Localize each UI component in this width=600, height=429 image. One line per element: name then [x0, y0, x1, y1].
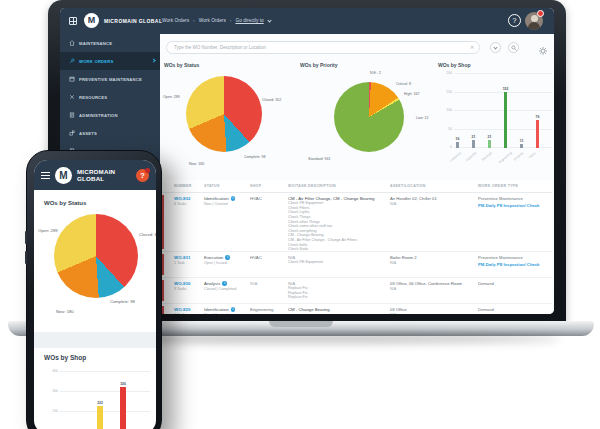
- bar[interactable]: 326: [120, 387, 126, 429]
- x-category: Electrical: [481, 151, 493, 162]
- priority-strip: [162, 280, 164, 301]
- wrench-icon: [69, 58, 75, 64]
- asset-sub: N/A: [390, 313, 476, 314]
- bar-value: 232: [97, 401, 103, 405]
- section-divider: [34, 332, 156, 348]
- column-header[interactable]: STATUS: [204, 184, 220, 188]
- chart-title: WOs by Status: [164, 62, 199, 68]
- settings-button[interactable]: [538, 42, 548, 60]
- pie-label: High: 167: [404, 92, 419, 96]
- pie-label: Low: 12: [416, 116, 429, 120]
- wo-number-link[interactable]: WO-832: [174, 196, 202, 201]
- bar-value: 326: [120, 382, 126, 386]
- wo-number-link[interactable]: WO-830: [174, 281, 202, 286]
- wo-number-link[interactable]: WO-829: [174, 307, 202, 312]
- breadcrumb: Work Orders › Work Orders › Go directly …: [162, 18, 271, 23]
- pie-label: N.E.: 2: [370, 71, 381, 75]
- status-text: Identification: [204, 196, 229, 201]
- sidebar-item-preventive-maintenance[interactable]: PREVENTIVE MAINTENANCE: [60, 70, 160, 88]
- column-header[interactable]: SHOP: [250, 184, 261, 188]
- column-header[interactable]: WORK ORDER TYPE: [478, 184, 518, 188]
- pie-label: New: 180: [56, 309, 74, 314]
- chart-title: WOs by Priority: [300, 62, 338, 68]
- dropdown-button[interactable]: [490, 42, 501, 53]
- pie-label: Complete: 98: [244, 155, 265, 159]
- info-icon[interactable]: i: [225, 255, 230, 260]
- priority-pie-chart[interactable]: [334, 82, 404, 152]
- bar[interactable]: 152: [504, 92, 507, 148]
- tasks-count: 3 Tasks: [174, 287, 202, 291]
- help-button[interactable]: ?: [136, 169, 149, 182]
- sidebar-item-resources[interactable]: RESOURCES: [60, 88, 160, 106]
- table-row[interactable]: WO-8294 Tasks IdentificationiNew | Creat…: [162, 304, 552, 314]
- column-header[interactable]: NUMBER: [174, 184, 192, 188]
- task-list: Replace FixReplace FixReplace Fix: [288, 286, 388, 300]
- breadcrumb-item[interactable]: Work Orders: [162, 18, 189, 23]
- hamburger-menu-icon[interactable]: [41, 172, 50, 179]
- sidebar-label: ASSETS: [79, 131, 97, 136]
- column-header[interactable]: ASSET/LOCATION: [390, 184, 426, 188]
- bar[interactable]: 21: [488, 140, 491, 148]
- work-order-type: Preventive Maintenance: [478, 255, 550, 260]
- tasks-count: 6 Tasks: [174, 202, 202, 206]
- clear-search-icon[interactable]: ✕: [470, 44, 474, 50]
- search-icon: [511, 45, 517, 51]
- sidebar-item-administration[interactable]: ADMINISTRATION: [60, 106, 160, 124]
- sidebar-item-work-orders[interactable]: WORK ORDERS: [60, 52, 160, 70]
- table-row[interactable]: WO-8326 Tasks IdentificationiNew | Creat…: [162, 193, 552, 252]
- bar-value: 21: [472, 135, 476, 139]
- pm-link[interactable]: PM-Daily PE Inspection/ Check: [478, 203, 550, 208]
- info-icon[interactable]: i: [222, 281, 227, 286]
- y-axis-tick: 200: [446, 71, 452, 75]
- brand-logo: M: [84, 13, 99, 28]
- breadcrumb-item[interactable]: Work Orders: [199, 18, 226, 23]
- info-icon[interactable]: i: [231, 196, 236, 201]
- asset-location: 03 Office: [390, 307, 476, 312]
- status-pie-chart[interactable]: [54, 214, 138, 298]
- status-sub: Open | Issued: [204, 261, 248, 265]
- asset-location: 03 Office, 06 Office, Conference Room: [390, 281, 476, 286]
- priority-strip: [162, 254, 164, 275]
- search-input[interactable]: [166, 41, 480, 54]
- gridline: 200: [454, 73, 552, 74]
- chevron-down-icon[interactable]: [267, 18, 271, 22]
- y-axis-tick: 200: [52, 409, 58, 413]
- status-pie-chart[interactable]: [186, 76, 262, 152]
- x-category: Engineering: [498, 151, 513, 164]
- bar[interactable]: 232: [97, 406, 103, 429]
- sidebar-label: PREVENTIVE MAINTENANCE: [79, 77, 142, 82]
- x-category: Custodial: [465, 151, 477, 162]
- table-header: NUMBER STATUS SHOP WO/TASK DESCRIPTION A…: [162, 180, 552, 193]
- help-button[interactable]: ?: [508, 14, 521, 27]
- table-row[interactable]: WO-8311 Task ExecutioniOpen | Issued HVA…: [162, 252, 552, 278]
- gear-icon: [538, 46, 548, 56]
- chevron-down-icon: [493, 45, 497, 49]
- table-row[interactable]: WO-8303 Tasks AnalysisiClosed | Complete…: [162, 278, 552, 304]
- breadcrumb-separator: ›: [230, 18, 232, 23]
- gridline: 300: [60, 391, 150, 392]
- bar[interactable]: 21: [472, 140, 475, 148]
- column-header[interactable]: WO/TASK DESCRIPTION: [288, 184, 336, 188]
- y-axis-tick: 300: [52, 389, 58, 393]
- go-directly-to-link[interactable]: Go directly to: [235, 18, 263, 23]
- pie-label: Complete: 98: [110, 299, 135, 304]
- sidebar-item-assets[interactable]: ASSETS: [60, 124, 160, 142]
- search-button[interactable]: [508, 42, 519, 53]
- info-icon[interactable]: i: [231, 307, 236, 312]
- pm-link[interactable]: PM-Daily PE Inspection/ Check: [478, 262, 550, 267]
- bar[interactable]: 11: [520, 144, 523, 148]
- description-title: CM - Change Bearing: [288, 307, 388, 312]
- asset-sub: N/A: [390, 261, 476, 265]
- status-sub: Closed | Completed: [204, 287, 248, 291]
- asset-sub: N/A: [390, 202, 476, 206]
- shop-cell: HVAC: [250, 196, 286, 201]
- sidebar-label: MAINTENANCE: [79, 41, 112, 46]
- bar[interactable]: 76: [536, 120, 539, 148]
- wo-number-link[interactable]: WO-831: [174, 255, 202, 260]
- bar[interactable]: 16: [456, 142, 459, 148]
- sidebar-item-maintenance[interactable]: MAINTENANCE: [60, 34, 160, 52]
- apps-grid-icon[interactable]: [69, 17, 77, 25]
- task-list: Check PE EquipmentCheck FiltersCheck Lig…: [288, 201, 388, 252]
- pie-label: Critical: 8: [396, 82, 411, 86]
- gridline: 200: [60, 411, 150, 412]
